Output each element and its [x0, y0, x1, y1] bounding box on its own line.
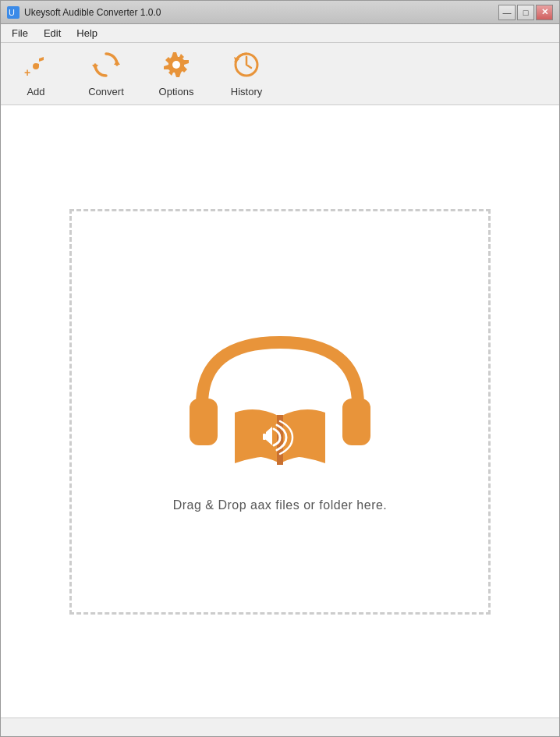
- drop-zone-text: Drag & Drop aax files or folder here.: [173, 498, 388, 512]
- add-button[interactable]: + Add: [9, 47, 63, 101]
- history-label: History: [231, 86, 262, 97]
- convert-icon: [92, 51, 120, 83]
- options-icon: [162, 51, 190, 83]
- main-content: Drag & Drop aax files or folder here.: [1, 105, 559, 718]
- svg-point-6: [172, 61, 180, 69]
- convert-button[interactable]: Convert: [79, 47, 133, 101]
- menu-file[interactable]: File: [4, 26, 36, 41]
- drop-zone[interactable]: Drag & Drop aax files or folder here.: [69, 209, 491, 615]
- maximize-button[interactable]: □: [517, 5, 534, 20]
- window-title: Ukeysoft Audible Converter 1.0.0: [24, 7, 161, 18]
- application-window: U Ukeysoft Audible Converter 1.0.0 — □ ✕…: [0, 0, 560, 737]
- bottom-bar: [1, 718, 559, 736]
- minimize-button[interactable]: —: [498, 5, 516, 20]
- options-button[interactable]: Options: [149, 47, 204, 101]
- app-icon: U: [7, 6, 19, 19]
- close-button[interactable]: ✕: [536, 5, 553, 20]
- svg-rect-13: [263, 434, 266, 440]
- title-bar-buttons: — □ ✕: [498, 5, 553, 20]
- title-bar: U Ukeysoft Audible Converter 1.0.0 — □ ✕: [1, 1, 559, 24]
- options-label: Options: [159, 86, 194, 97]
- toolbar: + Add Convert: [1, 43, 559, 105]
- convert-label: Convert: [88, 86, 124, 97]
- history-button[interactable]: History: [219, 47, 274, 101]
- svg-text:+: +: [24, 66, 30, 79]
- menu-help[interactable]: Help: [69, 26, 105, 41]
- svg-text:U: U: [9, 8, 15, 17]
- svg-rect-11: [342, 399, 370, 445]
- title-bar-left: U Ukeysoft Audible Converter 1.0.0: [7, 6, 161, 19]
- menu-edit[interactable]: Edit: [36, 26, 69, 41]
- menu-bar: File Edit Help: [1, 24, 559, 43]
- drop-zone-icon: [179, 311, 381, 483]
- history-icon: [232, 51, 261, 83]
- add-icon: +: [22, 51, 50, 83]
- svg-rect-10: [190, 399, 218, 445]
- add-label: Add: [27, 86, 44, 97]
